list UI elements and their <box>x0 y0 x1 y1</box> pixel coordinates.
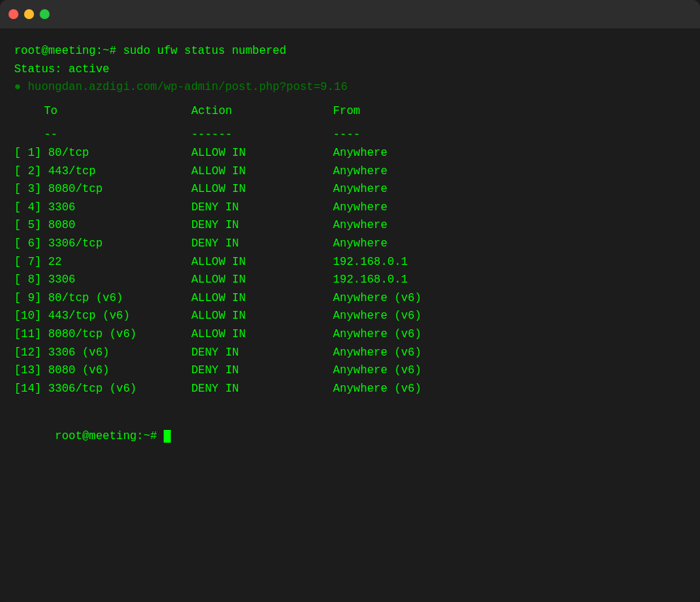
rule-num: [ 4] 3306 <box>14 199 191 217</box>
bottom-bar <box>0 524 700 602</box>
rule-num: [10] 443/tcp (v6) <box>14 307 191 326</box>
rule-from: Anywhere <box>333 163 686 181</box>
table-row: [13] 8080 (v6)DENY INAnywhere (v6) <box>14 362 686 380</box>
table-row: [ 9] 80/tcp (v6)ALLOW INAnywhere (v6) <box>14 290 686 308</box>
table-row: [ 1] 80/tcpALLOW INAnywhere <box>14 144 686 163</box>
table-row: [11] 8080/tcp (v6)ALLOW INAnywhere (v6) <box>14 326 686 344</box>
command-line: root@meeting:~# sudo ufw status numbered <box>14 42 686 61</box>
rule-num: [ 9] 80/tcp (v6) <box>14 290 191 308</box>
table-row: [ 5] 8080DENY INAnywhere <box>14 217 686 235</box>
sep-action: ------ <box>191 126 333 144</box>
rule-from: Anywhere (v6) <box>333 380 686 399</box>
rule-from: Anywhere (v6) <box>333 344 686 363</box>
rule-action: ALLOW IN <box>191 307 333 326</box>
firewall-table: To Action From -- ------ ---- [ 1] 80/tc… <box>14 103 686 399</box>
table-header: To Action From <box>14 103 686 121</box>
rule-num: [13] 8080 (v6) <box>14 362 191 380</box>
rule-num: [ 7] 22 <box>14 254 191 272</box>
rule-num: [ 2] 443/tcp <box>14 163 191 181</box>
rule-action: ALLOW IN <box>191 290 333 308</box>
rule-action: ALLOW IN <box>191 163 333 181</box>
sep-from: ---- <box>333 126 686 144</box>
minimize-button[interactable] <box>24 9 34 19</box>
rule-action: DENY IN <box>191 362 333 380</box>
rules-list: [ 1] 80/tcpALLOW INAnywhere[ 2] 443/tcpA… <box>14 144 686 398</box>
rule-action: DENY IN <box>191 217 333 235</box>
rule-action: ALLOW IN <box>191 181 333 199</box>
rule-action: ALLOW IN <box>191 254 333 272</box>
rule-from: Anywhere <box>333 181 686 199</box>
table-row: [10] 443/tcp (v6)ALLOW INAnywhere (v6) <box>14 307 686 326</box>
table-separator: -- ------ ---- <box>14 126 686 144</box>
table-row: [ 7] 22ALLOW IN192.168.0.1 <box>14 254 686 272</box>
cursor <box>164 430 171 443</box>
rule-from: Anywhere <box>333 199 686 217</box>
table-row: [ 6] 3306/tcpDENY INAnywhere <box>14 235 686 254</box>
rule-num: [14] 3306/tcp (v6) <box>14 380 191 399</box>
rule-num: [ 5] 8080 <box>14 217 191 235</box>
rule-action: ALLOW IN <box>191 271 333 290</box>
header-to: To <box>14 103 191 121</box>
rule-from: Anywhere <box>333 144 686 163</box>
rule-from: Anywhere (v6) <box>333 307 686 326</box>
table-row: [ 8] 3306ALLOW IN192.168.0.1 <box>14 271 686 290</box>
terminal-body[interactable]: root@meeting:~# sudo ufw status numbered… <box>0 28 700 524</box>
table-row: [12] 3306 (v6)DENY INAnywhere (v6) <box>14 344 686 363</box>
rule-num: [ 8] 3306 <box>14 271 191 290</box>
rule-action: DENY IN <box>191 199 333 217</box>
titlebar <box>0 0 700 28</box>
header-action: Action <box>191 103 333 121</box>
rule-from: 192.168.0.1 <box>333 271 686 290</box>
rule-action: ALLOW IN <box>191 144 333 163</box>
rule-action: DENY IN <box>191 380 333 399</box>
terminal-window: root@meeting:~# sudo ufw status numbered… <box>0 0 700 602</box>
table-row: [14] 3306/tcp (v6)DENY INAnywhere (v6) <box>14 380 686 399</box>
rule-from: Anywhere (v6) <box>333 290 686 308</box>
rule-num: [ 6] 3306/tcp <box>14 235 191 254</box>
rule-from: Anywhere <box>333 217 686 235</box>
rule-num: [ 3] 8080/tcp <box>14 181 191 199</box>
table-row: [ 2] 443/tcpALLOW INAnywhere <box>14 163 686 181</box>
close-button[interactable] <box>9 9 18 19</box>
rule-action: DENY IN <box>191 235 333 254</box>
rule-num: [ 1] 80/tcp <box>14 144 191 163</box>
table-row: [ 4] 3306DENY INAnywhere <box>14 199 686 217</box>
rule-action: ALLOW IN <box>191 326 333 344</box>
rule-from: 192.168.0.1 <box>333 254 686 272</box>
sep-to: -- <box>14 126 191 144</box>
rule-action: DENY IN <box>191 344 333 363</box>
table-row: [ 3] 8080/tcpALLOW INAnywhere <box>14 181 686 199</box>
rule-num: [12] 3306 (v6) <box>14 344 191 363</box>
watermark-line: ● huongdan.azdigi.com/wp-admin/post.php?… <box>14 79 686 97</box>
final-prompt: root@meeting:~# <box>14 409 686 464</box>
header-from: From <box>333 103 686 121</box>
rule-num: [11] 8080/tcp (v6) <box>14 326 191 344</box>
status-line: Status: active <box>14 61 686 79</box>
maximize-button[interactable] <box>40 9 50 19</box>
rule-from: Anywhere <box>333 235 686 254</box>
rule-from: Anywhere (v6) <box>333 326 686 344</box>
rule-from: Anywhere (v6) <box>333 362 686 380</box>
